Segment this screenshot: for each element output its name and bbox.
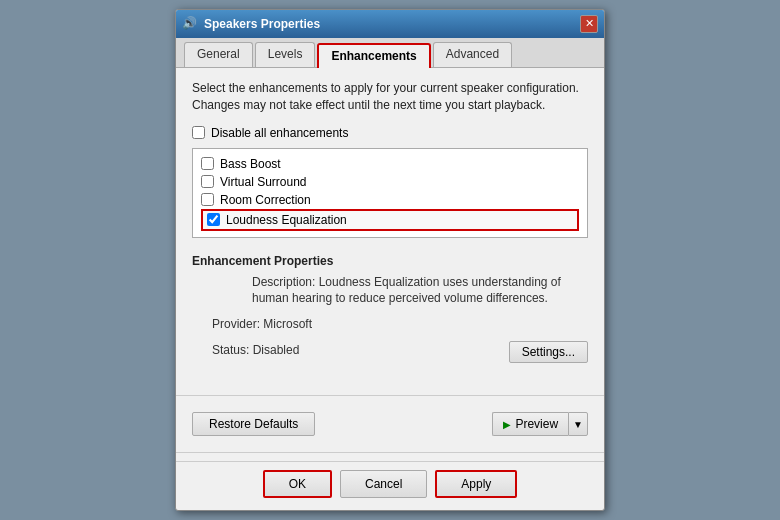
footer: OK Cancel Apply — [176, 461, 604, 510]
preview-dropdown-button[interactable]: ▼ — [568, 412, 588, 436]
speaker-icon: 🔊 — [182, 16, 198, 32]
disable-all-row: Disable all enhancements — [192, 126, 588, 140]
tab-advanced[interactable]: Advanced — [433, 42, 512, 67]
provider-label: Provider: Microsoft — [212, 317, 332, 331]
ok-button[interactable]: OK — [263, 470, 332, 498]
close-button[interactable]: ✕ — [580, 15, 598, 33]
dialog-title: Speakers Properties — [204, 17, 320, 31]
content-area: Select the enhancements to apply for you… — [176, 68, 604, 387]
bass-boost-item: Bass Boost — [201, 155, 579, 173]
disable-all-checkbox[interactable] — [192, 126, 205, 139]
room-correction-label: Room Correction — [220, 193, 311, 207]
virtual-surround-label: Virtual Surround — [220, 175, 307, 189]
provider-row: Provider: Microsoft — [212, 317, 588, 331]
properties-section-title: Enhancement Properties — [192, 254, 588, 268]
room-correction-item: Room Correction — [201, 191, 579, 209]
tab-general[interactable]: General — [184, 42, 253, 67]
bottom-section: Restore Defaults ▶ Preview ▼ — [176, 404, 604, 444]
preview-group: ▶ Preview ▼ — [492, 412, 588, 436]
bass-boost-label: Bass Boost — [220, 157, 281, 171]
restore-defaults-button[interactable]: Restore Defaults — [192, 412, 315, 436]
speakers-properties-dialog: 🔊 Speakers Properties ✕ General Levels E… — [175, 9, 605, 511]
tab-levels[interactable]: Levels — [255, 42, 316, 67]
room-correction-checkbox[interactable] — [201, 193, 214, 206]
status-label: Status: Disabled — [212, 343, 332, 357]
apply-button[interactable]: Apply — [435, 470, 517, 498]
properties-description: Description: Loudness Equalization uses … — [252, 274, 588, 308]
tab-enhancements[interactable]: Enhancements — [317, 43, 430, 68]
divider-1 — [176, 395, 604, 396]
play-icon: ▶ — [503, 419, 511, 430]
preview-button[interactable]: ▶ Preview — [492, 412, 568, 436]
enhancement-properties: Enhancement Properties Description: Loud… — [192, 248, 588, 376]
title-bar: 🔊 Speakers Properties ✕ — [176, 10, 604, 38]
tab-bar: General Levels Enhancements Advanced — [176, 38, 604, 68]
bass-boost-checkbox[interactable] — [201, 157, 214, 170]
description-text: Select the enhancements to apply for you… — [192, 80, 588, 114]
loudness-equalization-item: Loudness Equalization — [201, 209, 579, 231]
cancel-button[interactable]: Cancel — [340, 470, 427, 498]
status-row: Status: Disabled Settings... — [212, 337, 588, 363]
divider-2 — [176, 452, 604, 453]
loudness-equalization-label: Loudness Equalization — [226, 213, 347, 227]
disable-all-label: Disable all enhancements — [211, 126, 348, 140]
title-bar-left: 🔊 Speakers Properties — [182, 16, 320, 32]
virtual-surround-checkbox[interactable] — [201, 175, 214, 188]
virtual-surround-item: Virtual Surround — [201, 173, 579, 191]
loudness-equalization-checkbox[interactable] — [207, 213, 220, 226]
enhancements-list: Bass Boost Virtual Surround Room Correct… — [192, 148, 588, 238]
settings-button[interactable]: Settings... — [509, 341, 588, 363]
